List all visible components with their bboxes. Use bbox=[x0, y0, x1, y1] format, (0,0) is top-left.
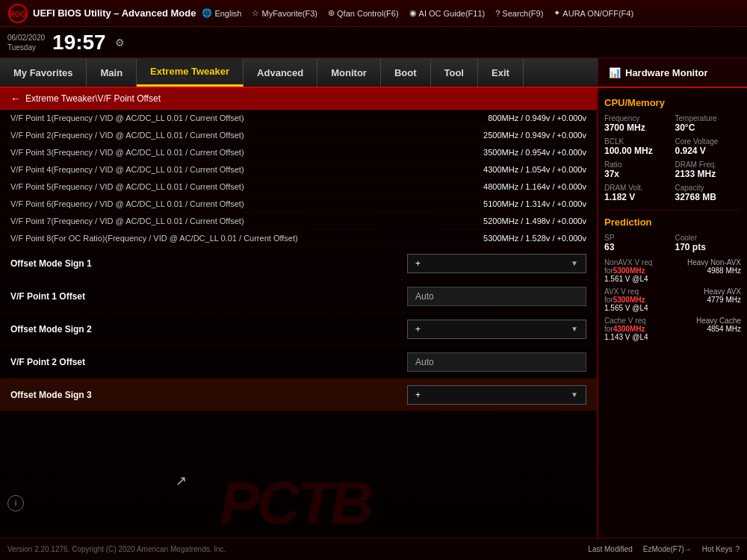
table-row[interactable]: V/F Point 3(Frequency / VID @ AC/DC_LL 0… bbox=[0, 144, 597, 161]
search-label: Search(F9) bbox=[502, 9, 543, 18]
prediction-title: Prediction bbox=[604, 217, 741, 228]
hot-keys-item[interactable]: Hot Keys ? bbox=[702, 545, 740, 553]
offset-mode-sign-3-control: + ▼ bbox=[407, 385, 586, 405]
frequency-value: 3700 MHz bbox=[604, 122, 671, 133]
offset-mode-sign-3-dropdown[interactable]: + ▼ bbox=[407, 385, 586, 405]
bclk-value: 100.00 MHz bbox=[604, 146, 671, 156]
vf4-value: 4300MHz / 1.054v / +0.000v bbox=[437, 165, 586, 174]
capacity-value: 32768 MB bbox=[675, 192, 742, 202]
offset-mode-sign-1-row: Offset Mode Sign 1 + ▼ bbox=[0, 247, 597, 280]
menu-item-monitor[interactable]: Monitor bbox=[317, 58, 381, 87]
hw-divider bbox=[604, 210, 741, 211]
menu-item-tool[interactable]: Tool bbox=[431, 58, 478, 87]
hw-frequency-group: Frequency 3700 MHz bbox=[604, 114, 671, 133]
vf-point-1-offset-row: V/F Point 1 Offset Auto bbox=[0, 280, 597, 313]
menu-label-boot: Boot bbox=[394, 67, 417, 78]
offset-mode-sign-3-row: Offset Mode Sign 3 + ▼ bbox=[0, 379, 597, 411]
menu-label-main: Main bbox=[100, 67, 123, 78]
prediction-items-container: NonAVX V req Heavy Non-AVX for 5300MHz 4… bbox=[604, 258, 741, 341]
right-panel: CPU/Memory Frequency 3700 MHz Temperatur… bbox=[598, 88, 747, 538]
offset-mode-sign-2-row: Offset Mode Sign 2 + ▼ bbox=[0, 313, 597, 346]
vf8-label: V/F Point 8(For OC Ratio)(Frequency / VI… bbox=[10, 234, 437, 243]
vf-point-1-offset-value: Auto bbox=[415, 291, 434, 302]
search-nav-item[interactable]: ? Search(F9) bbox=[495, 9, 543, 18]
offset-mode-sign-1-dropdown[interactable]: + ▼ bbox=[407, 254, 586, 273]
last-modified-item[interactable]: Last Modified bbox=[588, 545, 632, 553]
vf-point-2-offset-input[interactable]: Auto bbox=[407, 352, 586, 372]
vf-points-table: V/F Point 1(Frequency / VID @ AC/DC_LL 0… bbox=[0, 110, 597, 247]
cpu-memory-title: CPU/Memory bbox=[604, 97, 741, 108]
myfavorite-label: MyFavorite(F3) bbox=[261, 9, 317, 18]
vf-point-1-offset-input[interactable]: Auto bbox=[407, 287, 586, 306]
hw-dram-volt-group: DRAM Volt. 1.182 V bbox=[604, 184, 671, 202]
settings-gear-icon[interactable]: ⚙ bbox=[115, 37, 125, 49]
cooler-group: Cooler 170 pts bbox=[675, 234, 742, 252]
aura-nav-item[interactable]: ✦ AURA ON/OFF(F4) bbox=[554, 8, 633, 18]
menu-item-tweaker[interactable]: Extreme Tweaker bbox=[137, 58, 244, 87]
table-row[interactable]: V/F Point 8(For OC Ratio)(Frequency / VI… bbox=[0, 230, 597, 247]
date-area: 06/02/2020 Tuesday bbox=[7, 33, 45, 52]
last-modified-label: Last Modified bbox=[588, 545, 632, 553]
offset-mode-sign-2-control: + ▼ bbox=[407, 320, 586, 339]
myfavorite-nav-item[interactable]: ☆ MyFavorite(F3) bbox=[252, 8, 317, 18]
sp-group: SP 63 bbox=[604, 234, 671, 252]
menu-label-favorites: My Favorites bbox=[13, 67, 72, 78]
vf-point-2-offset-label: V/F Point 2 Offset bbox=[10, 357, 407, 367]
table-row[interactable]: V/F Point 6(Frequency / VID @ AC/DC_LL 0… bbox=[0, 196, 597, 213]
time-display: 19:57 bbox=[52, 31, 106, 55]
menu-item-favorites[interactable]: My Favorites bbox=[0, 58, 87, 87]
frequency-label: Frequency bbox=[604, 114, 671, 122]
aura-label: AURA ON/OFF(F4) bbox=[562, 9, 633, 18]
offset-mode-sign-2-value: + bbox=[415, 324, 421, 335]
ratio-label: Ratio bbox=[604, 161, 671, 169]
vf4-label: V/F Point 4(Frequency / VID @ AC/DC_LL 0… bbox=[10, 165, 437, 174]
menu-item-advanced[interactable]: Advanced bbox=[244, 58, 317, 87]
table-row[interactable]: V/F Point 5(Frequency / VID @ AC/DC_LL 0… bbox=[0, 178, 597, 196]
hw-capacity-group: Capacity 32768 MB bbox=[675, 184, 742, 202]
offset-mode-sign-3-value: + bbox=[415, 390, 421, 400]
breadcrumb[interactable]: ← Extreme Tweaker\V/F Point Offset bbox=[0, 88, 597, 110]
aioc-label: AI OC Guide(F11) bbox=[419, 9, 486, 18]
table-row[interactable]: V/F Point 2(Frequency / VID @ AC/DC_LL 0… bbox=[0, 127, 597, 144]
offset-mode-sign-2-dropdown[interactable]: + ▼ bbox=[407, 320, 586, 339]
menu-item-boot[interactable]: Boot bbox=[381, 58, 431, 87]
qfan-nav-item[interactable]: ⊛ Qfan Control(F6) bbox=[328, 8, 399, 18]
menu-label-advanced: Advanced bbox=[257, 67, 303, 78]
ratio-value: 37x bbox=[604, 169, 671, 179]
temperature-label: Temperature bbox=[675, 114, 742, 122]
vf-point-2-offset-control: Auto bbox=[407, 352, 586, 372]
bios-title: UEFI BIOS Utility – Advanced Mode bbox=[33, 7, 196, 19]
hardware-monitor-title: Hardware Monitor bbox=[625, 67, 708, 78]
ai-icon: ◉ bbox=[409, 8, 417, 18]
info-button[interactable]: i bbox=[7, 495, 24, 511]
cooler-value: 170 pts bbox=[675, 242, 742, 252]
search-icon: ? bbox=[495, 9, 500, 18]
dram-volt-value: 1.182 V bbox=[604, 192, 671, 202]
hot-keys-question-icon: ? bbox=[735, 545, 740, 553]
capacity-label: Capacity bbox=[675, 184, 742, 192]
version-text: Version 2.20.1276. Copyright (C) 2020 Am… bbox=[7, 545, 226, 553]
menu-item-exit[interactable]: Exit bbox=[478, 58, 524, 87]
aioc-nav-item[interactable]: ◉ AI OC Guide(F11) bbox=[409, 8, 486, 18]
hw-bclk-group: BCLK 100.00 MHz bbox=[604, 137, 671, 156]
vf7-value: 5200MHz / 1.498v / +0.000v bbox=[437, 217, 586, 225]
table-row[interactable]: V/F Point 1(Frequency / VID @ AC/DC_LL 0… bbox=[0, 110, 597, 127]
dram-volt-label: DRAM Volt. bbox=[604, 184, 671, 192]
breadcrumb-text: Extreme Tweaker\V/F Point Offset bbox=[25, 93, 161, 104]
language-nav-item[interactable]: 🌐 English bbox=[202, 8, 241, 18]
table-row[interactable]: V/F Point 7(Frequency / VID @ AC/DC_LL 0… bbox=[0, 213, 597, 230]
prediction-item: AVX V req Heavy AVX for 5300MHz 4779 MHz… bbox=[604, 287, 741, 312]
aura-icon: ✦ bbox=[554, 8, 560, 18]
table-row[interactable]: V/F Point 4(Frequency / VID @ AC/DC_LL 0… bbox=[0, 161, 597, 178]
menu-item-main[interactable]: Main bbox=[87, 58, 137, 87]
qfan-label: Qfan Control(F6) bbox=[337, 9, 399, 18]
vf8-value: 5300MHz / 1.528v / +0.000v bbox=[437, 234, 586, 243]
header-bar: ROG UEFI BIOS Utility – Advanced Mode 🌐 … bbox=[0, 0, 747, 27]
dram-freq-label: DRAM Freq. bbox=[675, 161, 742, 169]
back-arrow-icon[interactable]: ← bbox=[10, 93, 21, 105]
dropdown-arrow-2-icon: ▼ bbox=[571, 325, 578, 333]
bclk-label: BCLK bbox=[604, 137, 671, 146]
time-bar: 06/02/2020 Tuesday 19:57 ⚙ bbox=[0, 27, 747, 58]
vf-point-1-offset-control: Auto bbox=[407, 287, 586, 306]
ez-mode-item[interactable]: EzMode(F7)→ bbox=[643, 545, 692, 553]
